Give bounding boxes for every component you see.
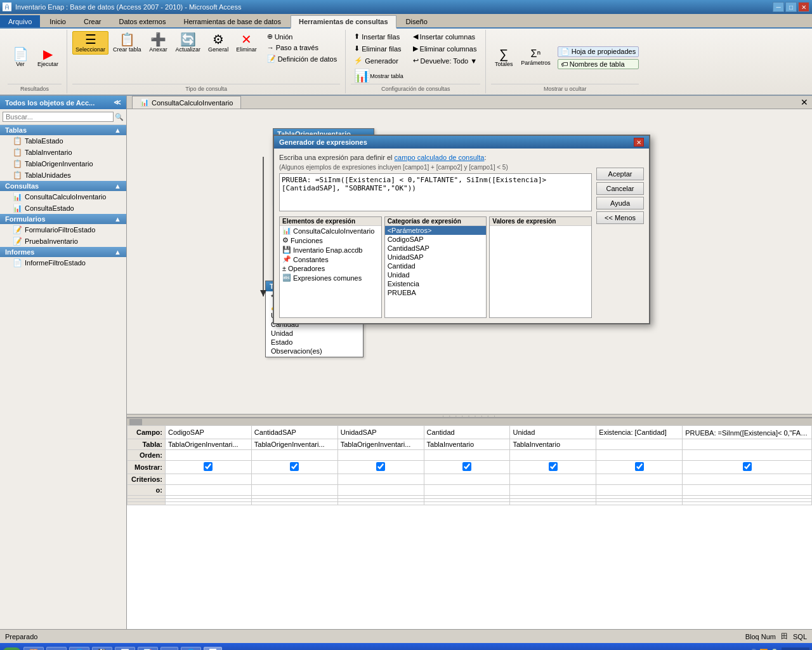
btn-crear-tabla[interactable]: 📋 Crear tabla: [110, 31, 145, 55]
taskbar-app-2[interactable]: 📁: [46, 647, 67, 651]
grid-cell-mostrar-7[interactable]: [683, 461, 812, 474]
taskbar-app-7[interactable]: ⚠: [160, 647, 178, 651]
nav-section-tablas[interactable]: Tablas ▲: [0, 125, 126, 135]
btn-anexar[interactable]: ➕ Anexar: [146, 31, 171, 55]
btn-generador[interactable]: ⚡ Generador: [351, 55, 404, 66]
btn-cancelar[interactable]: Cancelar: [596, 182, 644, 195]
check-5[interactable]: [549, 462, 558, 471]
grid-cell-o-2[interactable]: [251, 485, 337, 496]
btn-ejecutar[interactable]: ▶ Ejecutar: [34, 46, 62, 69]
tab-crear[interactable]: Crear: [75, 15, 110, 27]
grid-cell-orden-5[interactable]: [510, 450, 596, 461]
btn-aceptar[interactable]: Aceptar: [596, 168, 644, 180]
grid-cell-unidad[interactable]: Unidad: [510, 426, 596, 439]
grid-cell-tabla-3[interactable]: TablaOrigenInventari...: [337, 439, 424, 450]
doc-tab-consulta[interactable]: 📊 ConsultaCalculoInventario: [132, 96, 241, 109]
grid-cell-existencia[interactable]: Existencia: [Cantidad]: [596, 426, 683, 439]
grid-cell-criterios-1[interactable]: [166, 474, 252, 485]
grid-cell-mostrar-1[interactable]: [166, 461, 252, 474]
element-consultacalculo[interactable]: 📊 ConsultaCalculoInventario: [280, 226, 381, 235]
grid-cell-tabla-2[interactable]: TablaOrigenInventari...: [251, 439, 337, 450]
close-button[interactable]: ✕: [798, 2, 809, 12]
doc-tab-close[interactable]: ✕: [797, 96, 812, 109]
field-unidad[interactable]: Unidad: [266, 329, 363, 338]
grid-cell-o-3[interactable]: [337, 485, 424, 496]
grid-cell-criterios-2[interactable]: [251, 474, 337, 485]
grid-cell-orden-3[interactable]: [337, 450, 424, 461]
grid-cell-unidadsap[interactable]: UnidadSAP: [337, 426, 424, 439]
grid-cell-tabla-6[interactable]: [596, 439, 683, 450]
grid-cell-orden-4[interactable]: [424, 450, 510, 461]
btn-nombres-tabla[interactable]: 🏷 Nombres de tabla: [558, 59, 639, 69]
taskbar-app-4[interactable]: 💾: [92, 647, 112, 651]
grid-cell-o-5[interactable]: [510, 485, 596, 496]
btn-devuelve[interactable]: ↩ Devuelve: Todo ▼: [410, 55, 481, 66]
cat-prueba[interactable]: PRUEBA: [385, 288, 487, 297]
modal-close-btn[interactable]: ✕: [634, 138, 644, 147]
btn-eliminar-columnas[interactable]: ▶ Eliminar columnas: [410, 43, 481, 54]
btn-paso-a-traves[interactable]: → Paso a través: [264, 43, 341, 53]
btn-mostrar-tabla[interactable]: 📊 Mostrar tabla: [351, 67, 407, 84]
grid-cell-o-4[interactable]: [424, 485, 510, 496]
nav-item-tablainventario[interactable]: 📋 TablaInventario: [0, 147, 126, 158]
start-button[interactable]: ⊞: [3, 647, 21, 651]
tab-herramientas-bd[interactable]: Herramientas de base de datos: [175, 15, 289, 27]
grid-cell-cantidadsap[interactable]: CantidadSAP: [251, 426, 337, 439]
search-input[interactable]: [3, 112, 114, 122]
minimize-button[interactable]: ─: [773, 2, 784, 12]
grid-cell-criterios-7[interactable]: [683, 474, 812, 485]
grid-cell-o-1[interactable]: [166, 485, 252, 496]
field-observaciones[interactable]: Observacion(es): [266, 347, 363, 355]
check-4[interactable]: [462, 462, 471, 471]
grid-cell-criterios-5[interactable]: [510, 474, 596, 485]
check-3[interactable]: [376, 462, 385, 471]
taskbar-app-3[interactable]: 🌐: [69, 647, 89, 651]
grid-cell-tabla-1[interactable]: TablaOrigenInventari...: [166, 439, 252, 450]
btn-parametros[interactable]: Σⁿ Parámetros: [518, 47, 554, 68]
grid-cell-mostrar-6[interactable]: [596, 461, 683, 474]
element-expresiones[interactable]: 🔤 Expresiones comunes: [280, 273, 381, 282]
h-scrollbar-top[interactable]: [127, 418, 812, 425]
taskbar-app-access[interactable]: 🅰: [204, 647, 222, 650]
check-6[interactable]: [635, 462, 644, 471]
element-operadores[interactable]: ± Operadores: [280, 264, 381, 273]
nav-item-consultacalculo[interactable]: 📊 ConsultaCalculoInventario: [0, 191, 126, 202]
cat-cantidadsap[interactable]: CantidadSAP: [385, 244, 487, 253]
cat-unidad[interactable]: Unidad: [385, 270, 487, 279]
element-funciones[interactable]: ⚙ Funciones: [280, 235, 381, 245]
grid-cell-criterios-3[interactable]: [337, 474, 424, 485]
taskbar-app-8[interactable]: 🌐: [181, 647, 201, 651]
btn-menos[interactable]: << Menos: [596, 211, 644, 224]
btn-actualizar[interactable]: 🔄 Actualizar: [173, 31, 204, 55]
modal-description-link[interactable]: campo calculado de consulta: [395, 154, 485, 161]
tab-inicio[interactable]: Inicio: [41, 15, 74, 27]
nav-item-tablaunidades[interactable]: 📋 TablaUnidades: [0, 169, 126, 181]
cat-codigosap[interactable]: CodigoSAP: [385, 235, 487, 244]
btn-eliminar-filas[interactable]: ⬇ Eliminar filas: [351, 43, 404, 54]
cat-existencia[interactable]: Existencia: [385, 279, 487, 288]
field-estado[interactable]: Estado: [266, 338, 363, 347]
grid-cell-mostrar-4[interactable]: [424, 461, 510, 474]
btn-ayuda[interactable]: Ayuda: [596, 197, 644, 209]
btn-insertar-columnas[interactable]: ◀ Insertar columnas: [410, 31, 481, 42]
grid-cell-mostrar-2[interactable]: [251, 461, 337, 474]
element-constantes[interactable]: 📌 Constantes: [280, 255, 381, 264]
nav-section-formularios[interactable]: Formularios ▲: [0, 214, 126, 224]
grid-cell-orden-1[interactable]: [166, 450, 252, 461]
taskbar-app-1[interactable]: 🪟: [23, 647, 44, 651]
btn-eliminar[interactable]: ✕ Eliminar: [233, 31, 260, 55]
nav-item-tablaorigeninventario[interactable]: 📋 TablaOrigenInventario: [0, 158, 126, 169]
nav-item-pruebainventario[interactable]: 📝 PruebaInventario: [0, 235, 126, 247]
cat-unidadsap[interactable]: UnidadSAP: [385, 253, 487, 262]
grid-cell-tabla-7[interactable]: [683, 439, 812, 450]
tab-herramientas-consultas[interactable]: Herramientas de consultas: [291, 15, 396, 29]
btn-totales[interactable]: ∑ Totales: [491, 46, 516, 69]
check-7[interactable]: [743, 462, 752, 471]
tab-archivo[interactable]: Arquivo: [0, 15, 40, 27]
btn-general[interactable]: ⚙ General: [205, 31, 232, 55]
nav-item-informefiltroestado[interactable]: 📄 InformeFiltroEstado: [0, 257, 126, 269]
tab-diseno[interactable]: Diseño: [398, 15, 436, 27]
grid-cell-cantidad[interactable]: Cantidad: [424, 426, 510, 439]
btn-definicion-datos[interactable]: 📝 Definición de datos: [264, 53, 341, 64]
btn-union[interactable]: ⊕ Unión: [264, 31, 341, 42]
